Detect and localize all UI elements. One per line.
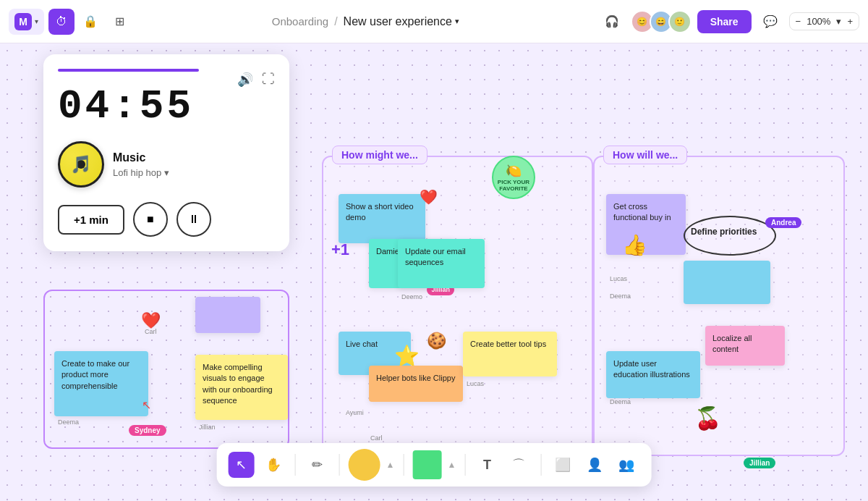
group-tool[interactable]: 👥 xyxy=(613,452,639,478)
layout-tool-button[interactable]: ⊞ xyxy=(106,9,132,35)
sticky-text: Show a short video demo xyxy=(346,202,414,222)
cherry-sticker: 🍒 xyxy=(694,405,721,431)
sticky-text: Make compelling visuals to engage with o… xyxy=(203,363,273,405)
music-section: 🎵 Music Lofi hip hop ▾ xyxy=(58,141,275,188)
shape-rect-green[interactable] xyxy=(413,450,442,479)
volume-icon[interactable]: 🔊 xyxy=(237,72,253,88)
sydney-tag: Sydney xyxy=(129,425,166,436)
note-tools: ▲ xyxy=(413,450,456,479)
sticky-localize[interactable]: Localize all content xyxy=(705,326,785,366)
stop-button[interactable]: ■ xyxy=(133,202,168,237)
define-priorities-text: Define priorities xyxy=(691,227,757,237)
section-label-how-will-we: How will we... xyxy=(603,146,687,164)
pause-button[interactable]: ⏸ xyxy=(176,202,211,237)
sticky-right-blue[interactable] xyxy=(684,261,770,304)
sticky-text: Update our email sequences xyxy=(405,247,466,266)
timer-buttons: +1 min ■ ⏸ xyxy=(58,202,275,237)
selection-tools: ↖ ✋ xyxy=(229,452,286,478)
toolbar-separator-1 xyxy=(295,454,296,476)
breadcrumb-current[interactable]: New user experience ▾ xyxy=(344,15,459,28)
timer-tool-button[interactable]: ⏱ xyxy=(48,9,75,35)
heart-emoji-demo: ❤️ xyxy=(420,188,438,206)
carl-label-2: Carl xyxy=(370,434,383,442)
expand-icon[interactable]: ⛶ xyxy=(262,72,275,88)
menu-chevron: ▾ xyxy=(35,17,38,25)
add-minute-button[interactable]: +1 min xyxy=(58,205,124,235)
frame-tool[interactable]: ⬜ xyxy=(550,452,576,478)
sticky-helper-bots[interactable]: Helper bots like Clippy xyxy=(369,366,463,402)
sticky-text: Helper bots like Clippy xyxy=(376,374,455,382)
avatar-3: 🙂 xyxy=(668,10,692,33)
pick-sticker: 🍋 PICK YOUR FAVORITE xyxy=(492,156,535,199)
sticky-comprehensible[interactable]: Create to make our product more comprehe… xyxy=(54,351,148,416)
zoom-chevron: ▾ xyxy=(836,16,841,27)
zoom-control[interactable]: − 100% ▾ + xyxy=(789,12,859,30)
deema-label-1: Deema xyxy=(58,418,79,426)
music-info: Music Lofi hip hop ▾ xyxy=(113,151,275,178)
avatar-tool[interactable]: 👤 xyxy=(582,452,608,478)
deema-label-4: Deema xyxy=(610,398,631,405)
sticky-text: Create to make our product more comprehe… xyxy=(61,359,129,390)
toolbar-separator-5 xyxy=(540,454,541,476)
sticky-video-demo[interactable]: Show a short video demo xyxy=(339,194,425,243)
stop-icon: ■ xyxy=(147,213,154,226)
share-button[interactable]: Share xyxy=(697,10,752,33)
canvas[interactable]: 🔊 ⛶ 04:55 🎵 Music Lofi hip hop ▾ +1 min … xyxy=(0,43,868,501)
topbar-center: Onboarding / New user experience ▾ xyxy=(138,15,593,28)
text-tool[interactable]: T xyxy=(474,452,500,478)
sticky-tooltips[interactable]: Create better tool tips xyxy=(463,332,557,376)
music-sub-label: Lofi hip hop xyxy=(113,167,161,178)
menu-button[interactable]: M ▾ xyxy=(9,9,44,35)
deemo-label-2: Deemo xyxy=(401,293,422,300)
sticky-visuals[interactable]: Make compelling visuals to engage with o… xyxy=(195,355,288,420)
brown-sticker: 🍪 xyxy=(427,332,446,350)
avatar-group: 😊 😄 🙂 xyxy=(631,10,692,33)
section-label-how-might-we: How might we... xyxy=(332,146,427,164)
sticky-text: Localize all content xyxy=(712,334,752,353)
note-expand-icon[interactable]: ▲ xyxy=(448,460,456,470)
sticky-purple-left[interactable] xyxy=(195,297,260,333)
shape-expand-icon[interactable]: ▲ xyxy=(386,460,395,470)
music-title: Music xyxy=(113,151,275,164)
sticky-email[interactable]: Update our email sequences xyxy=(398,239,485,288)
zoom-level[interactable]: 100% xyxy=(807,16,830,27)
pause-icon: ⏸ xyxy=(188,213,200,226)
toolbar-separator-4 xyxy=(464,454,465,476)
headphone-button[interactable]: 🎧 xyxy=(599,9,625,35)
topbar-tools: ⏱ 🔒 ⊞ xyxy=(48,9,132,35)
plus-one-badge: +1 xyxy=(331,240,349,259)
breadcrumb-chevron: ▾ xyxy=(455,17,459,26)
music-subtitle[interactable]: Lofi hip hop ▾ xyxy=(113,167,275,178)
sticky-text: Get cross functional buy in xyxy=(613,202,671,222)
sticky-text: Update user education illustrations xyxy=(613,359,690,379)
timer-progress-bar xyxy=(58,69,199,72)
sticky-education[interactable]: Update user education illustrations xyxy=(606,351,700,398)
zoom-plus[interactable]: + xyxy=(847,16,853,27)
topbar-right: 🎧 😊 😄 🙂 Share 💬 − 100% ▾ + xyxy=(599,9,859,35)
lock-tool-button[interactable]: 🔒 xyxy=(77,9,103,35)
connector-tool[interactable]: ⌒ xyxy=(506,452,532,478)
thumbup-emoji: 👍 xyxy=(622,233,647,257)
sticky-text: Live chat xyxy=(346,340,378,348)
lucas-label: Lucas xyxy=(467,380,484,387)
toolbar-separator-2 xyxy=(339,454,340,476)
breadcrumb-separator: / xyxy=(334,15,337,28)
shape-circle-yellow[interactable] xyxy=(349,449,380,481)
zoom-minus[interactable]: − xyxy=(796,16,801,27)
andrea-tag: Andrea xyxy=(765,217,801,228)
bottom-toolbar: ↖ ✋ ✏ ▲ ▲ T ⌒ ⬜ 👤 👥 xyxy=(217,443,652,487)
frame-avatar-tools: ⬜ 👤 👥 xyxy=(550,452,639,478)
jillian-label-left: Jillian xyxy=(199,424,216,431)
select-tool[interactable]: ↖ xyxy=(229,452,255,478)
hand-tool[interactable]: ✋ xyxy=(260,452,286,478)
draw-tools: ✏ xyxy=(305,452,331,478)
timer-widget: 🔊 ⛶ 04:55 🎵 Music Lofi hip hop ▾ +1 min … xyxy=(43,54,289,251)
pen-tool[interactable]: ✏ xyxy=(305,452,331,478)
star-emoji: ⭐ xyxy=(394,344,420,368)
comment-button[interactable]: 💬 xyxy=(757,9,783,35)
topbar: M ▾ ⏱ 🔒 ⊞ Onboarding / New user experien… xyxy=(0,0,868,43)
breadcrumb-parent[interactable]: Onboarding xyxy=(272,15,328,28)
sticky-text: Create better tool tips xyxy=(470,340,546,348)
breadcrumb-current-label: New user experience xyxy=(344,15,452,28)
ayumi-label: Ayumi xyxy=(346,409,364,416)
